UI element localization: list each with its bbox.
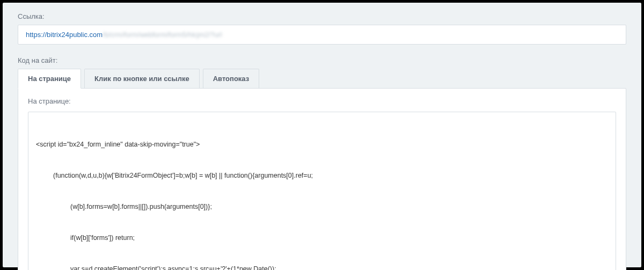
tab-auto[interactable]: Автопоказ [203, 69, 260, 88]
code-line: <script id="bx24_form_inline" data-skip-… [36, 140, 608, 150]
embed-panel: Ссылка: https://bitrix24public.com /b/cr… [3, 3, 641, 267]
tabs: На странице Клик по кнопке или ссылке Ав… [18, 69, 626, 88]
code-panel: На странице: <script id="bx24_form_inlin… [18, 88, 626, 270]
link-label: Ссылка: [18, 12, 626, 20]
code-site-label: Код на сайт: [18, 56, 626, 64]
tab-on-page[interactable]: На странице [18, 69, 81, 89]
code-line: if(w[b]['forms']) return; [36, 233, 608, 243]
code-box[interactable]: <script id="bx24_form_inline" data-skip-… [28, 112, 616, 270]
code-line: var s=d.createElement('script');s.async=… [36, 264, 608, 270]
tab-click[interactable]: Клик по кнопке или ссылке [84, 69, 200, 88]
link-visible[interactable]: https://bitrix24public.com [26, 31, 103, 39]
code-line: (function(w,d,u,b){w['Bitrix24FormObject… [36, 171, 608, 181]
code-line: (w[b].forms=w[b].forms||[]).push(argumen… [36, 202, 608, 212]
link-blurred: /b/crm/form/webform/form5/hlcjm2/?url [103, 31, 222, 39]
code-sublabel: На странице: [28, 97, 616, 105]
link-box[interactable]: https://bitrix24public.com /b/crm/form/w… [18, 25, 626, 45]
